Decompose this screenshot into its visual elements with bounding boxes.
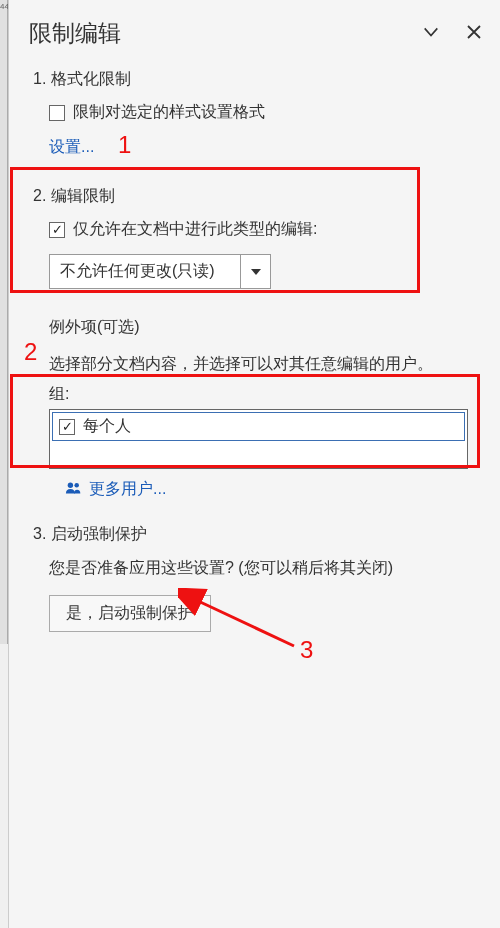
group-everyone-label: 每个人 bbox=[83, 416, 131, 437]
svg-point-0 bbox=[68, 482, 73, 487]
dropdown-selected: 不允许任何更改(只读) bbox=[50, 255, 240, 288]
panel-header: 限制编辑 bbox=[9, 0, 500, 63]
start-enforce-button[interactable]: 是，启动强制保护 bbox=[49, 595, 211, 632]
checkbox-label: 仅允许在文档中进行此类型的编辑: bbox=[73, 219, 317, 240]
ruler-edge: 44 bbox=[0, 0, 8, 644]
section-editing: 2. 编辑限制 仅允许在文档中进行此类型的编辑: 不允许任何更改(只读) bbox=[9, 168, 500, 299]
section3-title: 3. 启动强制保护 bbox=[33, 524, 476, 545]
restrict-formatting-checkbox[interactable]: 限制对选定的样式设置格式 bbox=[49, 102, 476, 123]
restrict-editing-panel: 限制编辑 1. 格式化限制 限制对选定的样式设置格式 设置... 2. 编辑限制 bbox=[8, 0, 500, 928]
section1-title: 1. 格式化限制 bbox=[33, 69, 476, 90]
exceptions-title: 例外项(可选) bbox=[49, 317, 476, 338]
enforce-desc: 您是否准备应用这些设置? (您可以稍后将其关闭) bbox=[49, 557, 476, 579]
panel-title: 限制编辑 bbox=[29, 18, 121, 49]
exceptions-desc: 选择部分文档内容，并选择可以对其任意编辑的用户。 bbox=[49, 352, 476, 376]
close-icon[interactable] bbox=[466, 24, 482, 44]
checkbox-icon bbox=[49, 105, 65, 121]
header-controls bbox=[422, 23, 482, 45]
users-icon bbox=[65, 481, 83, 499]
groups-listbox[interactable]: 每个人 bbox=[49, 409, 468, 469]
group-label: 组: bbox=[49, 384, 476, 405]
allow-editing-checkbox[interactable]: 仅允许在文档中进行此类型的编辑: bbox=[49, 219, 476, 240]
section2-title: 2. 编辑限制 bbox=[33, 186, 476, 207]
chevron-down-icon[interactable] bbox=[422, 23, 440, 45]
section-formatting: 1. 格式化限制 限制对选定的样式设置格式 设置... bbox=[9, 63, 500, 168]
editing-type-dropdown[interactable]: 不允许任何更改(只读) bbox=[49, 254, 271, 289]
exceptions-block: 例外项(可选) 选择部分文档内容，并选择可以对其任意编辑的用户。 组: 每个人 … bbox=[9, 317, 500, 500]
more-users-label: 更多用户... bbox=[89, 479, 166, 500]
section-enforce: 3. 启动强制保护 您是否准备应用这些设置? (您可以稍后将其关闭) 是，启动强… bbox=[9, 500, 500, 642]
group-everyone-row[interactable]: 每个人 bbox=[52, 412, 465, 441]
checkbox-checked-icon bbox=[59, 419, 75, 435]
checkbox-label: 限制对选定的样式设置格式 bbox=[73, 102, 265, 123]
checkbox-checked-icon bbox=[49, 222, 65, 238]
formatting-settings-link[interactable]: 设置... bbox=[49, 138, 94, 155]
more-users-link[interactable]: 更多用户... bbox=[65, 479, 476, 500]
dropdown-arrow-icon bbox=[240, 255, 270, 288]
svg-point-1 bbox=[74, 483, 79, 488]
